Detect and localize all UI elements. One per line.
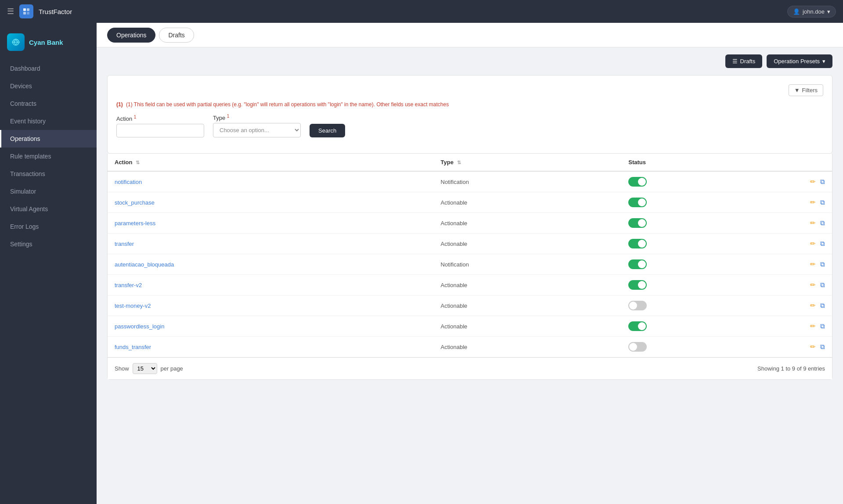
- status-toggle[interactable]: [628, 239, 647, 248]
- user-icon: 👤: [793, 8, 800, 15]
- cell-action[interactable]: parameters-less: [108, 213, 434, 234]
- sort-type-icon: ⇅: [457, 160, 461, 165]
- content-area: ☰ Drafts Operation Presets ▾ ▼ Filters: [97, 47, 843, 504]
- cell-status: ✏⧉: [621, 213, 832, 234]
- cell-type: Actionable: [434, 213, 622, 234]
- cell-status: ✏⧉: [621, 295, 832, 316]
- edit-button[interactable]: ✏: [810, 240, 816, 248]
- cell-status: ✏⧉: [621, 192, 832, 213]
- table-row: transferActionable✏⧉: [108, 234, 832, 254]
- col-type[interactable]: Type ⇅: [434, 154, 622, 171]
- action-input[interactable]: [116, 124, 204, 137]
- sidebar-item-rule-templates[interactable]: Rule templates: [0, 148, 97, 165]
- table-row: transfer-v2Actionable✏⧉: [108, 275, 832, 295]
- status-toggle[interactable]: [628, 301, 647, 310]
- operations-table: Action ⇅ Type ⇅ Status: [108, 154, 832, 357]
- sidebar-item-contracts[interactable]: Contracts: [0, 95, 97, 112]
- table-card: Action ⇅ Type ⇅ Status: [107, 154, 832, 380]
- copy-button[interactable]: ⧉: [820, 178, 825, 186]
- per-page-label: per page: [161, 365, 183, 372]
- org-header: Cyan Bank: [0, 28, 97, 60]
- filters-button[interactable]: ▼ Filters: [789, 84, 823, 96]
- search-button[interactable]: Search: [310, 124, 345, 137]
- status-toggle[interactable]: [628, 218, 647, 228]
- sidebar-item-error-logs[interactable]: Error Logs: [0, 218, 97, 235]
- edit-button[interactable]: ✏: [810, 302, 816, 310]
- file-icon: ☰: [732, 58, 738, 65]
- org-logo: [7, 33, 25, 51]
- edit-button[interactable]: ✏: [810, 281, 816, 289]
- edit-button[interactable]: ✏: [810, 198, 816, 206]
- copy-button[interactable]: ⧉: [820, 240, 825, 248]
- cell-action[interactable]: passwordless_login: [108, 316, 434, 337]
- status-toggle[interactable]: [628, 177, 647, 187]
- status-toggle[interactable]: [628, 342, 647, 352]
- type-select[interactable]: Choose an option... Notification Actiona…: [213, 123, 301, 137]
- per-page-select[interactable]: 15 25 50 100: [133, 363, 157, 374]
- sidebar-item-settings[interactable]: Settings: [0, 235, 97, 253]
- copy-button[interactable]: ⧉: [820, 198, 825, 206]
- cell-status: ✏⧉: [621, 275, 832, 295]
- cell-action[interactable]: transfer: [108, 234, 434, 254]
- sidebar-item-event-history[interactable]: Event history: [0, 112, 97, 130]
- cell-action[interactable]: stock_purchase: [108, 192, 434, 213]
- edit-button[interactable]: ✏: [810, 322, 816, 330]
- cell-type: Actionable: [434, 234, 622, 254]
- cell-action[interactable]: funds_transfer: [108, 337, 434, 357]
- cell-action[interactable]: transfer-v2: [108, 275, 434, 295]
- tab-bar: Operations Drafts: [97, 23, 843, 47]
- table-row: notificationNotification✏⧉: [108, 171, 832, 192]
- table-footer: Show 15 25 50 100 per page Showing 1 to …: [108, 357, 832, 379]
- copy-button[interactable]: ⧉: [820, 260, 825, 268]
- copy-button[interactable]: ⧉: [820, 302, 825, 310]
- copy-button[interactable]: ⧉: [820, 343, 825, 351]
- cell-status: ✏⧉: [621, 316, 832, 337]
- filter-note-marker: (1): [116, 101, 123, 108]
- sidebar-item-virtual-agents[interactable]: Virtual Agents: [0, 200, 97, 218]
- svg-rect-0: [23, 8, 26, 11]
- tab-drafts[interactable]: Drafts: [159, 28, 194, 43]
- cell-type: Actionable: [434, 337, 622, 357]
- col-action[interactable]: Action ⇅: [108, 154, 434, 171]
- status-toggle[interactable]: [628, 259, 647, 269]
- user-menu[interactable]: 👤 john.doe ▾: [787, 6, 836, 18]
- table-row: funds_transferActionable✏⧉: [108, 337, 832, 357]
- per-page-wrap: Show 15 25 50 100 per page: [115, 363, 183, 374]
- svg-rect-2: [23, 12, 26, 14]
- sort-action-icon: ⇅: [136, 160, 140, 165]
- drafts-button[interactable]: ☰ Drafts: [725, 54, 763, 68]
- cell-action[interactable]: autentiacao_bloqueada: [108, 254, 434, 275]
- username: john.doe: [803, 8, 825, 15]
- sidebar-item-operations[interactable]: Operations: [0, 130, 97, 148]
- cell-action[interactable]: test-money-v2: [108, 295, 434, 316]
- sidebar-item-transactions[interactable]: Transactions: [0, 165, 97, 183]
- copy-button[interactable]: ⧉: [820, 219, 825, 227]
- sidebar: Cyan Bank Dashboard Devices Contracts Ev…: [0, 23, 97, 504]
- edit-button[interactable]: ✏: [810, 260, 816, 268]
- copy-button[interactable]: ⧉: [820, 322, 825, 330]
- action-label: Action 1: [116, 115, 204, 122]
- status-toggle[interactable]: [628, 280, 647, 290]
- cell-type: Actionable: [434, 275, 622, 295]
- cell-type: Notification: [434, 171, 622, 192]
- hamburger-icon[interactable]: ☰: [7, 7, 14, 16]
- svg-rect-1: [27, 8, 29, 11]
- copy-button[interactable]: ⧉: [820, 281, 825, 289]
- status-toggle[interactable]: [628, 198, 647, 207]
- operation-presets-button[interactable]: Operation Presets ▾: [767, 54, 832, 68]
- sidebar-nav: Dashboard Devices Contracts Event histor…: [0, 60, 97, 253]
- sidebar-item-devices[interactable]: Devices: [0, 77, 97, 95]
- topnav: ☰ TrustFactor 👤 john.doe ▾: [0, 0, 843, 23]
- org-name: Cyan Bank: [29, 39, 63, 46]
- table-row: autentiacao_bloqueadaNotification✏⧉: [108, 254, 832, 275]
- status-toggle[interactable]: [628, 321, 647, 331]
- cell-type: Actionable: [434, 316, 622, 337]
- cell-action[interactable]: notification: [108, 171, 434, 192]
- edit-button[interactable]: ✏: [810, 219, 816, 227]
- cell-status: ✏⧉: [621, 171, 832, 192]
- sidebar-item-dashboard[interactable]: Dashboard: [0, 60, 97, 77]
- edit-button[interactable]: ✏: [810, 178, 816, 186]
- tab-operations[interactable]: Operations: [107, 28, 155, 43]
- edit-button[interactable]: ✏: [810, 343, 816, 351]
- sidebar-item-simulator[interactable]: Simulator: [0, 183, 97, 200]
